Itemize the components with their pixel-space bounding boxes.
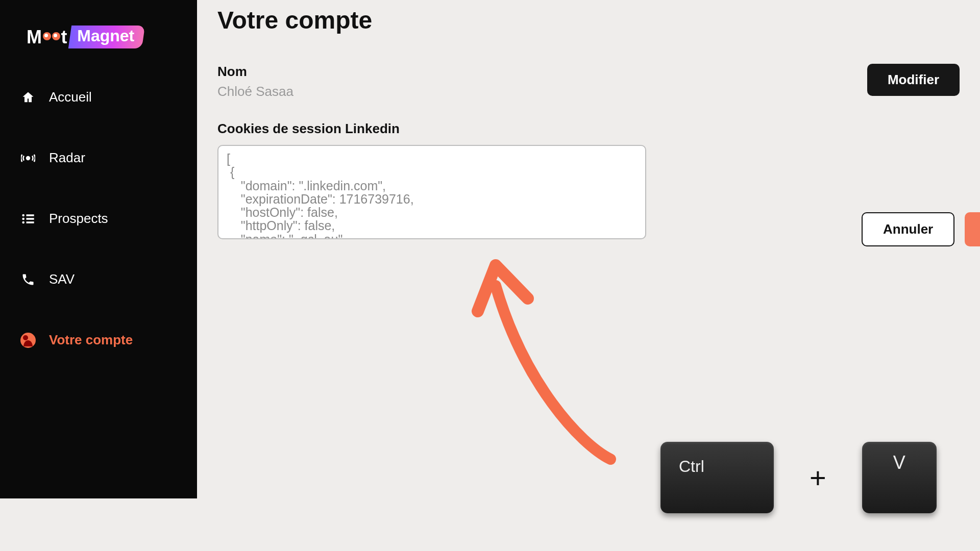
page-title: Votre compte xyxy=(217,6,960,34)
svg-rect-2 xyxy=(27,214,34,216)
plus-icon: + xyxy=(810,461,826,494)
svg-point-5 xyxy=(22,221,24,223)
key-label: V xyxy=(893,452,905,473)
modify-button[interactable]: Modifier xyxy=(867,64,960,96)
home-icon xyxy=(20,90,36,105)
sidebar-item-radar[interactable]: Radar xyxy=(20,150,177,166)
cancel-button[interactable]: Annuler xyxy=(862,212,954,246)
keyboard-shortcut-annotation: Ctrl + V xyxy=(660,442,937,513)
nav-list: Accueil Radar Pr xyxy=(20,89,177,348)
sidebar-item-prospects[interactable]: Prospects xyxy=(20,211,177,227)
account-name-row: Nom Chloé Sasaa Modifier xyxy=(217,64,960,99)
name-value: Chloé Sasaa xyxy=(217,84,293,99)
brand-name-m: M xyxy=(27,27,42,48)
sidebar-item-votre-compte[interactable]: Votre compte xyxy=(20,332,177,348)
svg-point-3 xyxy=(22,217,24,220)
sidebar-item-label: SAV xyxy=(49,271,75,287)
arrow-annotation-icon xyxy=(468,255,621,469)
brand-name-t: t xyxy=(61,27,67,48)
svg-point-0 xyxy=(27,157,30,160)
sidebar-item-label: Accueil xyxy=(49,89,92,105)
logo-eyes-icon xyxy=(43,32,60,40)
sidebar-item-sav[interactable]: SAV xyxy=(20,271,177,287)
brand-logo: M t Magnet xyxy=(27,26,177,48)
sidebar-item-accueil[interactable]: Accueil xyxy=(20,89,177,105)
phone-icon xyxy=(20,272,36,287)
radar-icon xyxy=(20,151,36,166)
cookies-textarea[interactable] xyxy=(217,145,646,239)
list-icon xyxy=(20,211,36,227)
sidebar: M t Magnet Accueil xyxy=(0,0,197,498)
cookies-section: Cookies de session Linkedin xyxy=(217,121,960,239)
key-label: Ctrl xyxy=(679,457,704,476)
svg-rect-6 xyxy=(27,221,34,223)
avatar-icon xyxy=(20,333,36,348)
cookies-label: Cookies de session Linkedin xyxy=(217,121,960,137)
svg-rect-4 xyxy=(27,218,34,220)
key-v: V xyxy=(862,442,937,513)
sidebar-item-label: Votre compte xyxy=(49,332,133,348)
save-button[interactable]: Enregistrer xyxy=(965,212,980,246)
main-content: Votre compte Nom Chloé Sasaa Modifier Co… xyxy=(197,0,980,551)
sidebar-item-label: Prospects xyxy=(49,211,108,227)
svg-point-1 xyxy=(22,214,24,216)
action-buttons: Annuler Enregistrer xyxy=(862,212,980,246)
key-ctrl: Ctrl xyxy=(660,442,774,513)
brand-badge: Magnet xyxy=(68,26,145,48)
name-label: Nom xyxy=(217,64,293,80)
sidebar-item-label: Radar xyxy=(49,150,85,166)
